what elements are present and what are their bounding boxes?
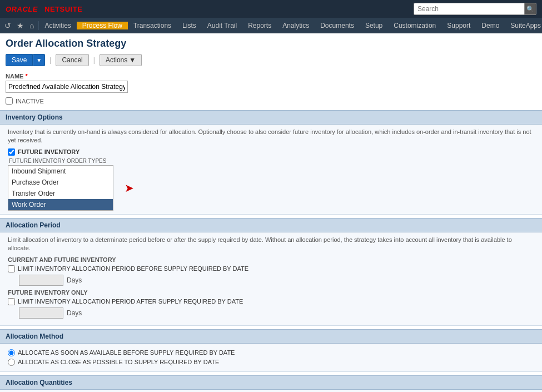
save-dropdown-button[interactable]: ▼ <box>33 54 45 66</box>
method-close-radio[interactable] <box>8 359 15 366</box>
limit-before-row: LIMIT INVENTORY ALLOCATION PERIOD BEFORE… <box>8 265 534 272</box>
actions-button[interactable]: Actions ▼ <box>100 54 142 66</box>
method-option-close: ALLOCATE AS CLOSE AS POSSIBLE TO SUPPLY … <box>8 359 534 366</box>
toolbar-separator: | <box>48 56 52 64</box>
nav-process-flow[interactable]: Process Flow <box>77 22 128 29</box>
inventory-options-body: Inventory that is currently on-hand is a… <box>0 125 542 215</box>
future-inventory-label: FUTURE INVENTORY <box>18 148 79 155</box>
nav-suiteapps[interactable]: SuiteApps <box>505 22 542 29</box>
nav-documents[interactable]: Documents <box>315 22 360 29</box>
future-inventory-checkbox[interactable] <box>8 148 15 156</box>
limit-after-checkbox[interactable] <box>8 298 15 305</box>
favorite-icon[interactable]: ★ <box>17 21 24 30</box>
inactive-label: INACTIVE <box>16 98 44 105</box>
limit-before-label: LIMIT INVENTORY ALLOCATION PERIOD BEFORE… <box>18 265 248 272</box>
save-button[interactable]: Save <box>6 54 33 66</box>
cancel-button[interactable]: Cancel <box>56 54 88 66</box>
after-days-row: Days <box>19 307 534 319</box>
before-days-input[interactable] <box>19 275 63 286</box>
actions-chevron-icon: ▼ <box>129 56 136 64</box>
order-type-work[interactable]: Work Order <box>8 199 113 210</box>
page-title: Order Allocation Strategy <box>6 38 536 49</box>
current-future-title: CURRENT AND FUTURE INVENTORY <box>8 256 534 263</box>
allocation-period-desc: Limit allocation of inventory to a deter… <box>8 236 534 253</box>
future-only-subsection: FUTURE INVENTORY ONLY LIMIT INVENTORY AL… <box>8 289 534 319</box>
toolbar-separator2: | <box>92 56 96 64</box>
page-title-bar: Order Allocation Strategy <box>0 33 542 52</box>
search-input[interactable] <box>414 3 525 15</box>
method-soon-radio[interactable] <box>8 349 15 356</box>
allocation-period-header: Allocation Period <box>0 218 542 232</box>
order-type-inbound[interactable]: Inbound Shipment <box>8 166 113 177</box>
header-search: 🔍 <box>414 3 536 15</box>
navigation-bar: ↺ ★ ⌂ Activities Process Flow Transactio… <box>0 18 542 33</box>
home-icon[interactable]: ⌂ <box>29 21 34 30</box>
after-days-input[interactable] <box>19 307 63 319</box>
order-type-transfer[interactable]: Transfer Order <box>8 188 113 199</box>
inactive-row: INACTIVE <box>0 95 542 107</box>
order-types-container: Inbound Shipment Purchase Order Transfer… <box>8 165 534 211</box>
logo-oracle-text: ORACLE <box>6 5 38 13</box>
nav-customization[interactable]: Customization <box>388 22 441 29</box>
inventory-options-header: Inventory Options <box>0 110 542 125</box>
method-option-soon: ALLOCATE AS SOON AS AVAILABLE BEFORE SUP… <box>8 349 534 356</box>
logo: ORACLE NETSUITE <box>6 5 82 13</box>
limit-after-label: LIMIT INVENTORY ALLOCATION PERIOD AFTER … <box>18 298 243 305</box>
nav-lists[interactable]: Lists <box>177 22 202 29</box>
future-inventory-row: FUTURE INVENTORY <box>8 148 534 156</box>
allocation-period-body: Limit allocation of inventory to a deter… <box>0 232 542 326</box>
name-section: NAME <box>0 71 542 95</box>
inactive-checkbox[interactable] <box>6 97 13 105</box>
search-button[interactable]: 🔍 <box>524 3 536 15</box>
nav-demo[interactable]: Demo <box>476 22 505 29</box>
before-days-label: Days <box>67 276 82 284</box>
name-label: NAME <box>6 73 536 80</box>
inventory-options-desc: Inventory that is currently on-hand is a… <box>8 128 534 145</box>
header: ORACLE NETSUITE 🔍 <box>0 0 542 18</box>
allocation-method-header: Allocation Method <box>0 329 542 344</box>
allocation-quantities-header: Allocation Quantities <box>0 375 542 390</box>
nav-transactions[interactable]: Transactions <box>128 22 177 29</box>
limit-after-row: LIMIT INVENTORY ALLOCATION PERIOD AFTER … <box>8 298 534 305</box>
limit-before-checkbox[interactable] <box>8 265 15 272</box>
before-days-row: Days <box>19 275 534 286</box>
allocation-quantities-body: AVAILABLE QUANTITY COMPLETE QUANTITY <box>0 390 542 392</box>
nav-audit-trail[interactable]: Audit Trail <box>202 22 242 29</box>
refresh-icon[interactable]: ↺ <box>4 21 11 30</box>
allocation-method-body: ALLOCATE AS SOON AS AVAILABLE BEFORE SUP… <box>0 344 542 372</box>
order-types-list[interactable]: Inbound Shipment Purchase Order Transfer… <box>8 165 113 211</box>
nav-analytics[interactable]: Analytics <box>277 22 315 29</box>
method-soon-label: ALLOCATE AS SOON AS AVAILABLE BEFORE SUP… <box>18 349 235 356</box>
nav-setup[interactable]: Setup <box>360 22 388 29</box>
name-input[interactable] <box>6 81 128 93</box>
nav-activities[interactable]: Activities <box>39 22 76 29</box>
nav-support[interactable]: Support <box>441 22 476 29</box>
after-days-label: Days <box>67 309 82 317</box>
toolbar: Save ▼ | Cancel | Actions ▼ <box>0 52 542 71</box>
arrow-indicator: ➤ <box>125 182 134 193</box>
method-close-label: ALLOCATE AS CLOSE AS POSSIBLE TO SUPPLY … <box>18 359 219 365</box>
current-future-subsection: CURRENT AND FUTURE INVENTORY LIMIT INVEN… <box>8 256 534 286</box>
future-only-title: FUTURE INVENTORY ONLY <box>8 289 534 296</box>
order-type-purchase[interactable]: Purchase Order <box>8 177 113 188</box>
order-types-label: FUTURE INVENTORY ORDER TYPES <box>8 158 534 164</box>
nav-reports[interactable]: Reports <box>242 22 277 29</box>
allocation-method-options: ALLOCATE AS SOON AS AVAILABLE BEFORE SUP… <box>8 347 534 368</box>
logo-netsuite-text: NETSUITE <box>44 5 82 13</box>
